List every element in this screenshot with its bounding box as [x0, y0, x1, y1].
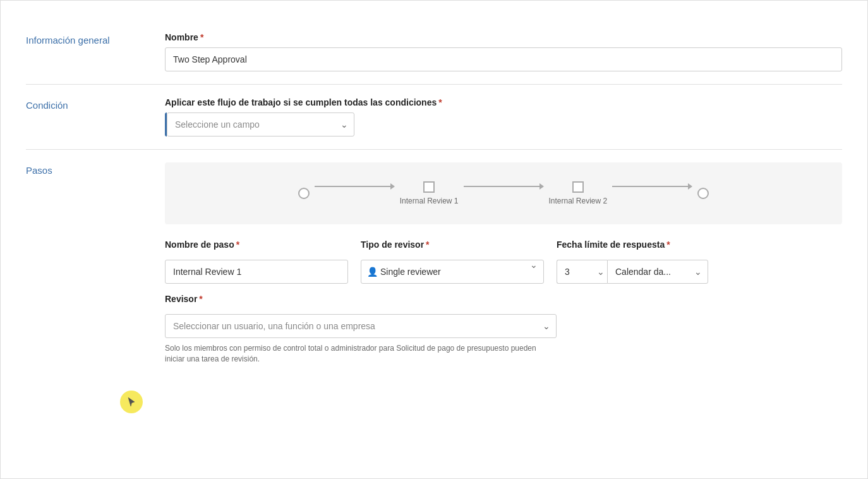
section-general: Información general Nombre* [26, 20, 842, 85]
revisor-helper-text: Solo los miembros con permiso de control… [165, 343, 557, 365]
nombre-field-label: Nombre* [165, 32, 842, 42]
tipo-revisor-label: Tipo de revisor* [361, 240, 544, 250]
step-line-1 [315, 186, 390, 187]
step-1-square [423, 181, 435, 193]
section-condicion: Condición Aplicar este flujo de trabajo … [26, 85, 842, 150]
fecha-num-select[interactable]: 1 2 3 4 5 [557, 260, 607, 284]
revisor-select-wrapper: Seleccionar un usuario, una función o un… [165, 314, 557, 338]
col-fecha: Fecha límite de respuesta* 1 2 3 4 5 ⌄ [557, 240, 740, 284]
nombre-paso-label: Nombre de paso* [165, 240, 348, 250]
step-end-circle [697, 188, 709, 199]
fecha-cal-select[interactable]: Calendar da... Business days [607, 260, 708, 284]
fecha-num-wrapper: 1 2 3 4 5 ⌄ [557, 260, 607, 284]
tipo-revisor-select-wrapper: 👤 Single reviewer Multiple reviewers ⌄ [361, 260, 544, 284]
step-form: Nombre de paso* Tipo de revisor* 👤 Singl… [165, 240, 842, 284]
step-start-circle [298, 188, 310, 199]
step-arrow-2 [464, 183, 544, 190]
section-label-condicion: Condición [26, 97, 165, 111]
fecha-cal-wrapper: Calendar da... Business days ⌄ [607, 260, 708, 284]
condicion-field-label: Aplicar este flujo de trabajo si se cump… [165, 97, 842, 107]
step-arrow-1 [315, 183, 395, 190]
steps-diagram: Internal Review 1 Internal Review 2 [165, 162, 842, 224]
step-line-3 [612, 186, 688, 187]
arrow-head-2 [539, 183, 544, 190]
reviewer-row: Revisor* Seleccionar un usuario, una fun… [165, 294, 842, 365]
step-2-square [572, 181, 584, 193]
fecha-label: Fecha límite de respuesta* [557, 240, 740, 250]
tipo-revisor-select[interactable]: Single reviewer Multiple reviewers [361, 260, 544, 284]
page-container: Información general Nombre* Condición Ap… [0, 0, 868, 479]
section-content-condicion: Aplicar este flujo de trabajo si se cump… [165, 97, 842, 136]
col-tipo-revisor: Tipo de revisor* 👤 Single reviewer Multi… [361, 240, 544, 284]
nombre-paso-input[interactable] [165, 260, 348, 284]
section-content-pasos: Internal Review 1 Internal Review 2 [165, 162, 842, 365]
revisor-select[interactable]: Seleccionar un usuario, una función o un… [165, 314, 557, 338]
step-1-label: Internal Review 1 [400, 197, 459, 205]
arrow-head-3 [688, 183, 692, 190]
arrow-head-1 [390, 183, 395, 190]
section-label-pasos: Pasos [26, 162, 165, 176]
step-1-node[interactable]: Internal Review 1 [400, 181, 459, 205]
revisor-label: Revisor* [165, 294, 842, 304]
steps-flow: Internal Review 1 Internal Review 2 [178, 181, 829, 205]
condicion-select[interactable]: Seleccione un campo [167, 112, 354, 136]
step-2-node[interactable]: Internal Review 2 [549, 181, 608, 205]
section-pasos: Pasos Internal Revi [26, 150, 842, 377]
step-arrow-3 [612, 183, 692, 190]
fecha-row: 1 2 3 4 5 ⌄ Calendar da... Busines [557, 260, 740, 284]
section-label-general: Información general [26, 32, 165, 45]
step-line-2 [464, 186, 539, 187]
section-content-general: Nombre* [165, 32, 842, 71]
col-nombre-paso: Nombre de paso* [165, 240, 348, 284]
condicion-select-wrapper: Seleccione un campo ⌄ [165, 112, 354, 136]
step-start-node [298, 188, 310, 199]
step-2-label: Internal Review 2 [549, 197, 608, 205]
step-end-node [697, 188, 709, 199]
nombre-input[interactable] [165, 47, 842, 71]
